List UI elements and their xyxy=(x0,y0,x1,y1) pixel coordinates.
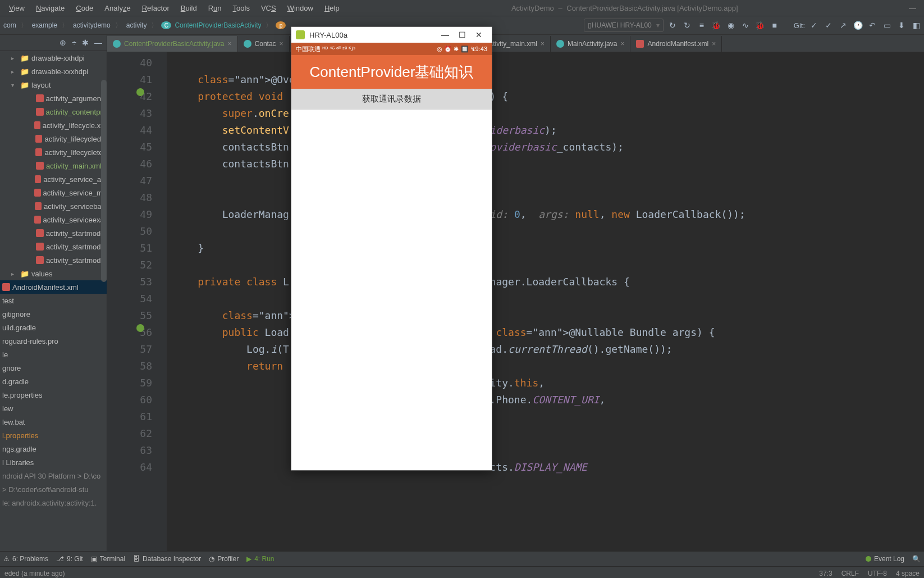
run-icon[interactable]: ↻ xyxy=(667,20,678,31)
crumb-current[interactable]: ContentProviderBasicActivity xyxy=(173,21,262,29)
tree-item[interactable]: activity_service_aid xyxy=(0,172,107,186)
menu-analyze[interactable]: Analyze xyxy=(99,4,136,12)
event-log[interactable]: Event Log xyxy=(866,555,904,563)
tree-item[interactable]: activity_serviceexar xyxy=(0,213,107,226)
emulator-minimize-button[interactable]: — xyxy=(437,30,454,39)
crumb[interactable]: com xyxy=(2,21,17,29)
tree-item[interactable]: AndroidManifest.xml xyxy=(0,280,107,294)
emulator-window[interactable]: HRY-AL00a — ☐ ✕ 中国联通 ᴴᴰ ⁴ᴳ ᵃˡˡ ᶻ⁰ ᴷ/ˢ ◎ … xyxy=(291,26,492,471)
tree-item[interactable]: ▸📁drawable-xxhdpi xyxy=(0,51,107,65)
get-contacts-button[interactable]: 获取通讯录数据 xyxy=(291,89,492,110)
tree-item[interactable]: activity_lifecycletes xyxy=(0,145,107,159)
file-encoding[interactable]: UTF-8 xyxy=(868,570,887,577)
code-editor[interactable]: 4041424344454647484950515253545556575859… xyxy=(107,52,924,551)
apply-changes-icon[interactable]: ≡ xyxy=(696,20,707,31)
project-tree[interactable]: ⊕ ÷ ✱ — ▸📁drawable-xxhdpi▸📁drawable-xxxh… xyxy=(0,35,107,551)
tree-item[interactable]: activity_contentpro xyxy=(0,105,107,119)
tool-git[interactable]: ⎇9: Git xyxy=(56,555,83,563)
menu-vcs[interactable]: VCS xyxy=(255,4,282,12)
tree-item[interactable]: activity_service_me xyxy=(0,186,107,199)
crumb[interactable]: activity xyxy=(125,21,148,29)
editor-tab[interactable]: MainActivity.java× xyxy=(551,36,631,52)
close-tab-icon[interactable]: × xyxy=(280,40,283,48)
menu-tools[interactable]: Tools xyxy=(227,4,255,12)
tree-item[interactable]: activity_servicebasi xyxy=(0,199,107,213)
menu-window[interactable]: Window xyxy=(282,4,319,12)
tree-item[interactable]: le.properties xyxy=(0,388,107,402)
tree-scrollbar[interactable] xyxy=(101,80,107,282)
menu-run[interactable]: Run xyxy=(203,4,227,12)
tree-item[interactable]: l.properties xyxy=(0,429,107,442)
tree-item[interactable]: > D:\coder\soft\android-stu xyxy=(0,483,107,496)
tree-item[interactable]: l Libraries xyxy=(0,456,107,469)
git-history-icon[interactable]: 🕐 xyxy=(852,20,863,31)
source-code[interactable]: class="ann">@Override protected void ate… xyxy=(167,52,924,551)
close-tab-icon[interactable]: × xyxy=(228,40,232,48)
device-selector[interactable]: ▯ HUAWEI HRY-AL00▾ xyxy=(584,19,664,32)
tool-terminal[interactable]: ▣Terminal xyxy=(91,555,125,563)
close-tab-icon[interactable]: × xyxy=(620,40,624,48)
tree-item[interactable]: uild.gradle xyxy=(0,321,107,334)
tree-item[interactable]: activity_startmode. xyxy=(0,226,107,240)
tree-collapse-icon[interactable]: — xyxy=(94,38,102,47)
tool-database-inspector[interactable]: 🗄Database Inspector xyxy=(133,555,201,563)
tree-item[interactable]: lew.bat xyxy=(0,415,107,429)
git-update-icon[interactable]: ✓ xyxy=(808,20,820,31)
emulator-screen[interactable]: 中国联通 ᴴᴰ ⁴ᴳ ᵃˡˡ ᶻ⁰ ᴷ/ˢ ◎ ⏰ ✱ 🔲 ↯9:43 Cont… xyxy=(291,43,492,470)
tree-item[interactable]: activity_arguments xyxy=(0,92,107,105)
gutter-override-icon[interactable] xyxy=(136,88,144,96)
tree-item[interactable]: test xyxy=(0,294,107,307)
profile-icon[interactable]: ∿ xyxy=(740,20,751,31)
tree-item[interactable]: ▾📁layout xyxy=(0,78,107,92)
minimize-icon[interactable]: — xyxy=(904,4,921,12)
tree-item[interactable]: roguard-rules.pro xyxy=(0,334,107,348)
tree-item[interactable]: activity_lifecycledia xyxy=(0,132,107,145)
git-rollback-icon[interactable]: ↶ xyxy=(867,20,878,31)
menu-build[interactable]: Build xyxy=(175,4,203,12)
emulator-titlebar[interactable]: HRY-AL00a — ☐ ✕ xyxy=(291,27,492,43)
tree-item[interactable]: gitignore xyxy=(0,307,107,321)
avd-manager-icon[interactable]: ▭ xyxy=(881,20,893,31)
editor-tab[interactable]: ContentProviderBasicActivity.java× xyxy=(107,36,238,52)
tree-filter-icon[interactable]: ÷ xyxy=(72,38,76,47)
tool-run[interactable]: ▶4: Run xyxy=(246,555,274,563)
tree-item[interactable]: d.gradle xyxy=(0,375,107,388)
tree-item[interactable]: le: androidx.activity:activity:1. xyxy=(0,496,107,509)
rerun-icon[interactable]: ↻ xyxy=(681,20,693,31)
tree-item[interactable]: le xyxy=(0,348,107,361)
close-tab-icon[interactable]: × xyxy=(541,40,545,48)
line-separator[interactable]: CRLF xyxy=(841,570,859,577)
gutter-override-icon[interactable] xyxy=(136,324,144,332)
tree-item[interactable]: lew xyxy=(0,402,107,415)
indent-setting[interactable]: 4 space xyxy=(896,570,920,577)
debug-icon[interactable]: 🐞 xyxy=(711,20,722,31)
tree-item[interactable]: ▸📁drawable-xxxhdpi xyxy=(0,65,107,78)
coverage-icon[interactable]: ◉ xyxy=(725,20,737,31)
tree-item[interactable]: ndroid API 30 Platform > D:\co xyxy=(0,469,107,483)
tree-item[interactable]: activity_startmode xyxy=(0,240,107,253)
tool-problems[interactable]: ⚠6: Problems xyxy=(3,555,48,563)
emulator-maximize-button[interactable]: ☐ xyxy=(454,30,470,39)
git-commit-icon[interactable]: ✓ xyxy=(823,20,834,31)
git-push-icon[interactable]: ↗ xyxy=(838,20,849,31)
resource-manager-icon[interactable]: ◧ xyxy=(911,20,922,31)
menu-help[interactable]: Help xyxy=(319,4,345,12)
tree-item[interactable]: activity_lifecycle.xm xyxy=(0,119,107,132)
close-tab-icon[interactable]: × xyxy=(712,40,716,48)
stop-icon[interactable]: ■ xyxy=(769,20,780,31)
tree-item[interactable]: activity_startmode xyxy=(0,253,107,267)
sdk-manager-icon[interactable]: ⬇ xyxy=(896,20,907,31)
crumb[interactable]: example xyxy=(31,21,58,29)
tree-target-icon[interactable]: ⊕ xyxy=(60,38,66,47)
tool-profiler[interactable]: ◔Profiler xyxy=(209,555,239,563)
crumb[interactable]: activitydemo xyxy=(72,21,112,29)
editor-tab[interactable]: AndroidManifest.xml× xyxy=(630,36,722,52)
emulator-close-button[interactable]: ✕ xyxy=(470,30,487,39)
tree-item[interactable]: ngs.gradle xyxy=(0,442,107,456)
layout-inspector-icon[interactable]: 🔍 xyxy=(912,555,921,563)
attach-debugger-icon[interactable]: 🐞 xyxy=(754,20,766,31)
menu-navigate[interactable]: Navigate xyxy=(30,4,70,12)
editor-tab[interactable]: Contac× xyxy=(238,36,290,52)
menu-view[interactable]: View xyxy=(3,4,30,12)
caret-position[interactable]: 37:3 xyxy=(819,570,832,577)
